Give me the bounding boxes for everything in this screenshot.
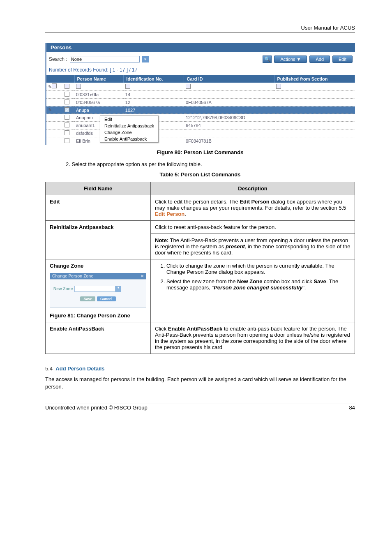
row-checkbox[interactable] (65, 138, 69, 143)
actions-button[interactable]: Actions ▼ (274, 56, 307, 63)
ctx-edit[interactable]: Edit (100, 116, 158, 123)
page-header: User Manual for ACUS (45, 25, 355, 32)
context-menu: Edit Reinitialize Antipassback Change Zo… (100, 116, 159, 143)
persons-panel: Persons Search : None ▾ 🔍 Actions ▼ Add … (45, 43, 355, 145)
chevron-down-icon[interactable]: ▾ (115, 286, 121, 292)
edit-button[interactable]: Edit (332, 56, 353, 63)
edit-icon[interactable]: ✎ (48, 84, 52, 89)
row-checkbox[interactable] (65, 115, 69, 120)
link-edit-person[interactable]: Edit Person (155, 211, 184, 217)
table-row[interactable]: 0f0331e0fa14 (46, 91, 355, 99)
new-zone-select[interactable] (74, 286, 115, 292)
change-zone-step-1: Click to change the zone in which the pe… (166, 263, 350, 275)
filter-icon[interactable] (52, 83, 57, 88)
records-found: Number of Records Found: [ 1 - 17 ] / 17 (46, 66, 355, 75)
search-row: Search : None ▾ 🔍 Actions ▼ Add Edit (46, 52, 355, 66)
search-icon[interactable]: 🔍 (263, 56, 272, 63)
change-person-zone-dialog: Change Person Zone ✕ New Zone ▾ Save Can… (50, 273, 146, 308)
col-person-name[interactable]: Person Name (74, 75, 124, 83)
search-dropdown-arrow[interactable]: ▾ (142, 56, 149, 62)
ctx-reinitialize[interactable]: Reinitialize Antipassback (100, 123, 158, 129)
persons-table: Person Name Identification No. Card ID P… (46, 75, 355, 145)
commands-table: Field Name Description Edit Click to edi… (45, 182, 355, 354)
filter-icon[interactable] (186, 84, 191, 89)
row-reinit: Reinitialize Antipassback Click to reset… (46, 221, 355, 234)
section-5-4-heading: 5.4 Add Person Details (45, 365, 355, 372)
row-checkbox[interactable] (65, 92, 69, 97)
table-row[interactable]: dsfsdfds1338 (46, 130, 355, 137)
figure-81-caption: Figure 81: Change Person Zone (50, 312, 146, 319)
search-select[interactable]: None (70, 56, 140, 62)
row-change-zone: Change Zone Change Person Zone ✕ New Zon… (46, 259, 355, 322)
search-label: Search : (49, 56, 67, 62)
dialog-title: Change Person Zone (52, 274, 93, 278)
th-field-name: Field Name (46, 182, 151, 195)
row-checkbox[interactable] (65, 99, 69, 104)
filter-icon[interactable] (76, 84, 81, 89)
filter-icon[interactable] (65, 84, 69, 89)
row-checkbox[interactable] (65, 130, 69, 135)
ctx-change-zone[interactable]: Change Zone (100, 129, 158, 136)
row-checkbox[interactable]: ✓ (65, 107, 69, 112)
figure-80-caption: Figure 80: Person List Commands (45, 149, 355, 155)
table-row-selected[interactable]: ✎ ✓ Anupa1027 (46, 106, 355, 114)
cancel-button[interactable]: Cancel (97, 296, 116, 301)
save-button[interactable]: Save (80, 296, 95, 301)
col-ident-no[interactable]: Identification No. (124, 75, 184, 83)
table-row[interactable]: Anupam9121212,798798,0F03406C3D (46, 114, 355, 122)
table-row[interactable]: anupam11021645784 (46, 122, 355, 130)
col-published[interactable]: Published from Section (274, 75, 355, 83)
edit-icon[interactable]: ✎ (48, 107, 52, 112)
table-5-caption: Table 5: Person List Commands (45, 171, 355, 178)
row-edit: Edit Click to edit the person details. T… (46, 195, 355, 221)
table-row[interactable]: 0f0340567a120F0340567A (46, 99, 355, 106)
col-card-id[interactable]: Card ID (184, 75, 274, 83)
persons-title: Persons (46, 43, 355, 52)
filter-icon[interactable] (125, 84, 130, 89)
row-enable-apb: Enable AntiPassBack Click Enable AntiPas… (46, 322, 355, 354)
page-number: 84 (349, 405, 355, 411)
close-icon[interactable]: ✕ (141, 274, 144, 278)
row-checkbox[interactable] (65, 123, 69, 127)
table-filter-row: ✎ (46, 83, 355, 91)
change-zone-step-2: Select the new zone from the New Zone co… (166, 278, 350, 291)
th-description: Description (151, 182, 355, 195)
ctx-enable-apb[interactable]: Enable AntiPassback (100, 136, 158, 142)
new-zone-label: New Zone (53, 287, 73, 291)
footer-left: Uncontrolled when printed © RISCO Group (45, 405, 148, 411)
add-button[interactable]: Add (309, 56, 330, 63)
filter-icon[interactable] (276, 84, 281, 89)
step-2: 2. Select the appropriate option as per … (66, 161, 355, 167)
table-row[interactable]: Eli Brin80F0340781B (46, 137, 355, 145)
page-footer: Uncontrolled when printed © RISCO Group … (45, 403, 355, 411)
section-5-4-body: The access is managed for persons in the… (45, 376, 355, 391)
